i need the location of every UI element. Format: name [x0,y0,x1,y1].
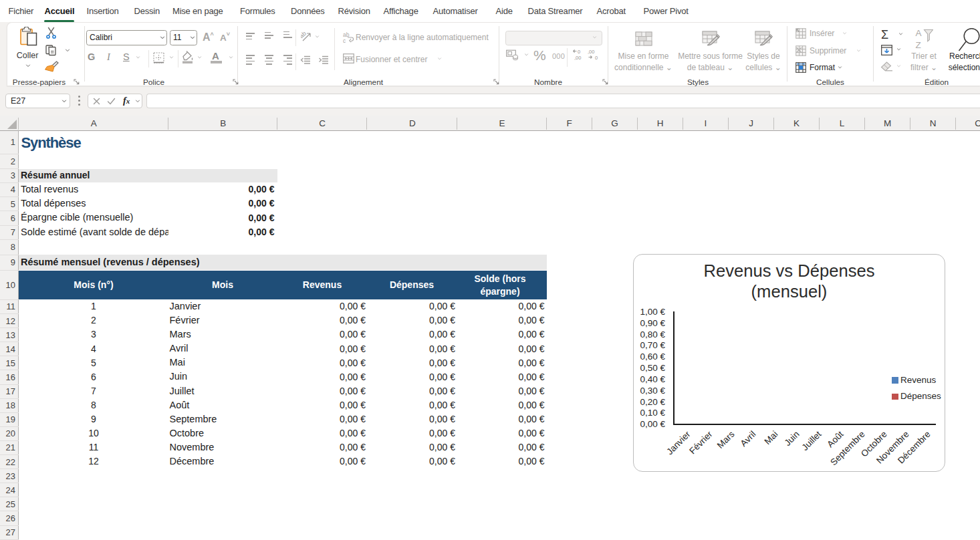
svg-text:ab: ab [301,31,308,39]
svg-text:A: A [916,28,922,38]
svg-text:,00: ,00 [588,49,594,55]
svg-text:0: 0 [578,49,580,55]
svg-text:Z: Z [916,40,921,50]
svg-text:,00: ,00 [574,55,581,61]
svg-text:c: c [343,37,346,43]
